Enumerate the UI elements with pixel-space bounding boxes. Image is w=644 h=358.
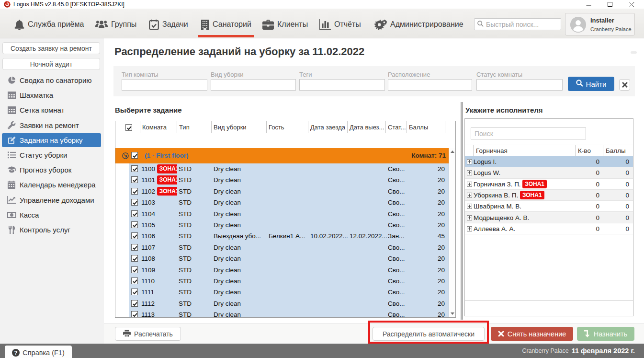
sidebar-item-6[interactable]: Прогноз уборок (2, 163, 101, 177)
task-row-1110[interactable]: 1110STDDry cleanСво...20 (115, 276, 449, 287)
task-row-1105[interactable]: 1105STDDry cleanСво...20 (115, 219, 449, 231)
unassign-button[interactable]: Снять назначение (491, 327, 573, 341)
executor-row-5[interactable]: Модрыщенко А. В.00 (465, 212, 633, 223)
expand-plus-icon[interactable] (467, 170, 472, 175)
column-header-type[interactable]: Тип (177, 121, 212, 133)
row-checkbox[interactable] (131, 255, 138, 262)
row-checkbox[interactable] (131, 165, 138, 172)
cell-arrive (310, 276, 348, 287)
user-box[interactable]: installer Cranberry Palace (565, 13, 635, 35)
nav-item-reception[interactable]: Служба приёма (14, 12, 84, 36)
print-button[interactable]: Распечатать (115, 327, 181, 341)
row-checkbox[interactable] (131, 300, 138, 307)
row-checkbox[interactable] (131, 188, 138, 195)
nav-item-sanatorium[interactable]: Санаторий (201, 12, 251, 36)
sidebar-item-1[interactable]: Шахматка (2, 88, 101, 102)
sidebar-item-5[interactable]: Статус уборки (2, 148, 101, 162)
select-all-checkbox[interactable] (125, 124, 132, 131)
window-close-button[interactable] (624, 0, 639, 9)
column-header-guest[interactable]: Гость (267, 121, 308, 133)
column-header-points[interactable]: Баллы (603, 145, 633, 156)
column-header-depart[interactable]: Дата выез... (348, 121, 386, 133)
task-row-1103[interactable]: 1103STDDry cleanСво...20 (115, 197, 449, 208)
row-checkbox[interactable] (131, 232, 138, 239)
expand-plus-icon[interactable] (467, 204, 472, 209)
column-header-room[interactable]: Комната (140, 121, 177, 133)
sidebar-item-3[interactable]: Заявки на ремонт (2, 118, 101, 132)
column-header-kvo[interactable]: К-во (575, 145, 603, 156)
vertical-scrollbar[interactable] (449, 148, 455, 317)
task-row-1112[interactable]: 1112STDDry cleanСво...20 (115, 298, 449, 309)
column-header-points[interactable]: Баллы (407, 121, 445, 133)
scroll-down-arrow[interactable] (451, 312, 454, 315)
task-row-1102[interactable]: 1102 ЗОНА1STDDry cleanСво...20 (115, 186, 449, 197)
nav-item-groups[interactable]: Группы (95, 12, 136, 36)
window-minimize-button[interactable] (581, 0, 596, 9)
executor-row-6[interactable]: Аллеева А. А.00 (465, 223, 633, 234)
column-header-status[interactable]: Стат... (386, 121, 407, 133)
room-status-input[interactable] (476, 79, 563, 91)
collapse-circle-arrow-icon[interactable] (122, 152, 129, 161)
group-row-first-floor[interactable]: (1 - First floor)Комнат: 71 (115, 148, 449, 163)
nav-item-reports[interactable]: Отчёты (319, 12, 361, 36)
collapse-panel-dash[interactable] (631, 51, 637, 54)
sidebar-item-9[interactable]: 0Касса (2, 208, 101, 222)
location-input[interactable] (388, 79, 472, 91)
nav-item-clients[interactable]: Клиенты (262, 12, 308, 36)
tags-input[interactable] (299, 79, 385, 91)
row-checkbox[interactable] (131, 176, 138, 183)
row-checkbox[interactable] (131, 311, 138, 317)
task-row-1101[interactable]: 1101 ЗОНА1STDDry cleanСво...20 (115, 174, 449, 185)
create-repair-request-button[interactable]: Создать заявку на ремонт (2, 42, 100, 54)
task-row-1106[interactable]: 1106STDВыездная убо...Белкин1 А...10.02.… (115, 231, 449, 242)
assign-button[interactable]: Назначить (577, 327, 634, 341)
sidebar-item-10[interactable]: Контроль услуг (2, 223, 101, 237)
group-checkbox[interactable] (131, 152, 138, 159)
executor-search-input[interactable]: Поиск (471, 127, 586, 139)
quick-search-input[interactable]: Быстрый поиск... (474, 18, 561, 30)
expand-plus-icon[interactable] (467, 226, 472, 231)
column-header-clean[interactable]: Вид уборки (212, 121, 267, 133)
row-checkbox[interactable] (131, 199, 138, 206)
row-checkbox[interactable] (131, 210, 138, 217)
task-row-1107[interactable]: 1107STDDry cleanСво...20 (115, 242, 449, 253)
task-row-1108[interactable]: 1108STDDry cleanСво...20 (115, 253, 449, 264)
executor-row-1[interactable]: Logus W.00 (465, 167, 633, 178)
task-row-1113[interactable]: 1113STDDry cleanСво...20 (115, 309, 449, 317)
task-row-1111[interactable]: 1111STDDry cleanСво...20 (115, 287, 449, 298)
row-checkbox[interactable] (131, 277, 138, 284)
room-type-input[interactable] (122, 79, 207, 91)
executor-row-3[interactable]: Уборкина В. П. ЗОНА100 (465, 190, 633, 201)
nav-item-tasks[interactable]: Задачи (149, 12, 188, 36)
executor-row-2[interactable]: Горничная З. П. ЗОНА100 (465, 179, 633, 190)
sidebar-item-0[interactable]: Сводка по санаторию (2, 73, 101, 87)
expand-plus-icon[interactable] (467, 193, 472, 198)
row-checkbox[interactable] (131, 221, 138, 228)
executor-row-0[interactable]: Logus I.00 (465, 156, 633, 167)
row-checkbox[interactable] (131, 244, 138, 251)
clear-filter-button[interactable] (619, 79, 630, 91)
nav-item-administration[interactable]: Администрирование (374, 12, 463, 36)
sidebar-item-7[interactable]: Календарь менеджера (2, 178, 101, 192)
sidebar-item-2[interactable]: Сетка комнат (2, 103, 101, 117)
expand-plus-icon[interactable] (467, 159, 472, 164)
executor-row-4[interactable]: Швабрина М. В.00 (465, 201, 633, 212)
night-audit-button[interactable]: Ночной аудит (2, 58, 100, 70)
find-button[interactable]: Найти (568, 77, 614, 91)
sidebar-item-8[interactable]: Управление доходами (2, 193, 101, 207)
expand-plus-icon[interactable] (467, 215, 472, 220)
window-maximize-button[interactable] (603, 0, 617, 9)
task-row-1100[interactable]: 1100 ЗОНА1STDDry cleanСво...20 (115, 163, 449, 174)
scroll-up-arrow[interactable] (451, 150, 454, 153)
row-checkbox[interactable] (131, 266, 138, 273)
row-checkbox[interactable] (131, 289, 138, 295)
status-right: Cranberry Palace 11 февраля 2022 г. (522, 344, 635, 358)
sidebar-item-4[interactable]: Задания на уборку (2, 133, 101, 147)
task-row-1104[interactable]: 1104STDDry cleanСво...20 (115, 208, 449, 219)
help-button[interactable]: ? Справка (F1) (5, 346, 72, 358)
expand-plus-icon[interactable] (467, 182, 472, 187)
task-row-1109[interactable]: 1109STDDry cleanСво...20 (115, 265, 449, 276)
clean-type-input[interactable] (211, 79, 296, 91)
column-header-maid[interactable]: Горничная (473, 145, 575, 156)
column-header-arrive[interactable]: Дата заезда (308, 121, 348, 133)
